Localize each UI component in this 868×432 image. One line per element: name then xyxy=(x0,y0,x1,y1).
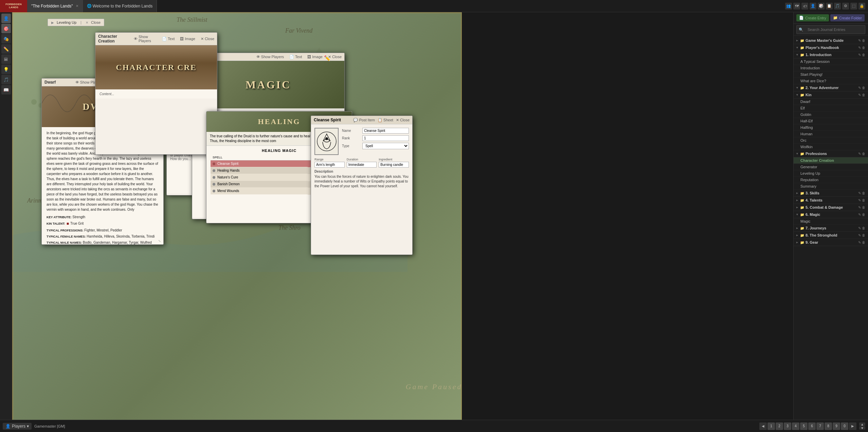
journal-folder-5[interactable]: ▾ 📁 Professions ✎ 🗑 xyxy=(794,150,868,157)
journal-folder-11[interactable]: ▸ 📁 8. The Stronghold ✎ 🗑 xyxy=(794,232,868,239)
folder-actions[interactable]: ✎ 🗑 xyxy=(858,53,865,57)
journal-folder-6[interactable]: ▸ 📁 3. Skills ✎ 🗑 xyxy=(794,190,868,197)
top-icon-1[interactable]: 👥 xyxy=(785,3,792,10)
magic-image-toggle[interactable]: 🖼 Image xyxy=(307,55,323,59)
folder-actions[interactable]: ✎ 🗑 xyxy=(858,152,865,156)
tab-close-icon[interactable]: ✕ xyxy=(76,4,78,8)
top-icon-4[interactable]: 👤 xyxy=(810,3,816,10)
tool-token[interactable]: 🎯 xyxy=(1,24,11,33)
char-text-toggle[interactable]: 📄 Text xyxy=(162,37,175,41)
journal-entry-4-4[interactable]: Halfling xyxy=(794,124,868,131)
journal-folder-7[interactable]: ▸ 📁 4. Talents ✎ 🗑 xyxy=(794,197,868,204)
page-5[interactable]: 5 xyxy=(800,422,808,430)
journal-folder-8[interactable]: ▸ 📁 5. Combat & Damage ✎ 🗑 xyxy=(794,204,868,211)
ingredient-input[interactable] xyxy=(379,162,409,168)
journal-entry-4-5[interactable]: Human xyxy=(794,131,868,137)
top-icon-2[interactable]: 🗺 xyxy=(793,3,800,10)
folder-actions[interactable]: ✎ 🗑 xyxy=(858,191,865,195)
cleanse-close-btn[interactable]: ✕ Close xyxy=(396,118,410,122)
top-icon-8[interactable]: ⚙ xyxy=(842,3,849,10)
magic-show-players[interactable]: 👁 Show Players xyxy=(256,55,284,59)
page-up-btn[interactable]: ▲ xyxy=(859,422,865,426)
folder-actions[interactable]: ✎ 🗑 xyxy=(858,86,865,90)
journal-entry-4-2[interactable]: Goblin xyxy=(794,111,868,118)
folder-actions[interactable]: ✎ 🗑 xyxy=(858,226,865,230)
journal-entry-2-0[interactable]: A Typical Session xyxy=(794,58,868,65)
page-6[interactable]: 6 xyxy=(808,422,816,430)
journal-entry-4-1[interactable]: Elf xyxy=(794,105,868,111)
resize-handle[interactable]: ⤡ xyxy=(158,239,162,243)
tool-draw[interactable]: ✏️ xyxy=(1,44,11,54)
journal-entry-5-4[interactable]: Summary xyxy=(794,183,868,190)
page-1[interactable]: 1 xyxy=(767,422,775,430)
journal-entry-5-1[interactable]: Generator xyxy=(794,164,868,170)
tab-forbidden-lands[interactable]: "The Forbidden Lands" ✕ xyxy=(27,0,83,12)
journal-folder-3[interactable]: ▾ 📁 2. Your Adventurer ✎ 🗑 xyxy=(794,84,868,91)
tool-template[interactable]: 🎭 xyxy=(1,34,11,44)
folder-actions[interactable]: ✎ 🗑 xyxy=(858,198,865,202)
tool-tiles[interactable]: 🏛 xyxy=(1,54,11,64)
top-icon-6[interactable]: 📋 xyxy=(826,3,833,10)
journal-folder-0[interactable]: ▸ 📁 Game Master's Guide ✎ 🗑 xyxy=(794,37,868,44)
page-8[interactable]: 8 xyxy=(825,422,832,430)
tool-sounds[interactable]: 🎵 xyxy=(1,75,11,84)
journal-entry-5-2[interactable]: Leveling Up xyxy=(794,170,868,177)
top-icon-10[interactable]: 🔒 xyxy=(858,3,865,10)
char-show-players[interactable]: 👁 Show Players xyxy=(134,35,157,43)
folder-actions[interactable]: ✎ 🗑 xyxy=(858,46,865,50)
page-left-btn[interactable]: ◀ xyxy=(759,422,767,430)
type-select[interactable]: Spell xyxy=(362,143,409,149)
folder-actions[interactable]: ✎ 🗑 xyxy=(858,213,865,217)
rank-input[interactable] xyxy=(362,135,409,141)
folder-actions[interactable]: ✎ 🗑 xyxy=(858,206,865,209)
folder-actions[interactable]: ✎ 🗑 xyxy=(858,39,865,42)
top-icon-3[interactable]: 🏷 xyxy=(801,3,808,10)
page-down-btn[interactable]: ▼ xyxy=(859,426,865,430)
close-label[interactable]: Close xyxy=(91,20,101,24)
journal-folder-10[interactable]: ▸ 📁 7. Journeys ✎ 🗑 xyxy=(794,225,868,232)
char-image-toggle[interactable]: 🖼 Image xyxy=(180,37,195,41)
journal-entry-2-3[interactable]: What are Dice? xyxy=(794,78,868,84)
players-button[interactable]: 👤 Players ▾ xyxy=(3,423,32,430)
create-entry-btn[interactable]: 📄 Create Entry xyxy=(796,14,829,21)
name-input[interactable] xyxy=(362,128,409,134)
top-icon-5[interactable]: 🎲 xyxy=(818,3,825,10)
journal-folder-12[interactable]: ▸ 📁 9. Gear ✎ 🗑 xyxy=(794,239,868,246)
magic-text-toggle[interactable]: 📄 Text xyxy=(289,55,302,59)
page-2[interactable]: 2 xyxy=(776,422,783,430)
journal-entry-4-3[interactable]: Half-Elf xyxy=(794,118,868,124)
create-folder-btn[interactable]: 📁 Create Folder xyxy=(830,14,865,21)
page-3[interactable]: 3 xyxy=(784,422,791,430)
page-7[interactable]: 7 xyxy=(816,422,824,430)
char-close-btn[interactable]: ✕ Close xyxy=(201,37,214,41)
top-icon-7[interactable]: 🎵 xyxy=(834,3,841,10)
post-item-btn[interactable]: 💬 Post Item xyxy=(353,118,375,122)
page-4[interactable]: 4 xyxy=(792,422,799,430)
tool-actors[interactable]: 👤 xyxy=(1,14,11,23)
journal-entry-4-7[interactable]: Wolfkin xyxy=(794,144,868,150)
sheet-btn[interactable]: 📋 Sheet xyxy=(378,118,393,122)
search-input[interactable] xyxy=(805,26,863,33)
page-right-btn[interactable]: ▶ xyxy=(849,422,856,430)
journal-entry-9-0[interactable]: Magic xyxy=(794,218,868,225)
tab-welcome[interactable]: 🌐 Welcome to the Forbidden Lands xyxy=(83,0,157,12)
top-icon-9[interactable]: ⬚ xyxy=(850,3,857,10)
journal-folder-4[interactable]: ▾ 📁 Kin ✎ 🗑 xyxy=(794,91,868,99)
journal-entry-4-0[interactable]: Dwarf xyxy=(794,99,868,105)
folder-actions[interactable]: ✎ 🗑 xyxy=(858,234,865,237)
journal-folder-2[interactable]: ▾ 📁 1. Introduction ✎ 🗑 xyxy=(794,51,868,58)
tool-lighting[interactable]: 💡 xyxy=(1,65,11,74)
journal-entry-4-6[interactable]: Orc xyxy=(794,137,868,144)
tool-journal[interactable]: 📖 xyxy=(1,85,11,94)
journal-folder-9[interactable]: ▾ 📁 6. Magic ✎ 🗑 xyxy=(794,211,868,218)
journal-entry-5-0[interactable]: Character Creation xyxy=(794,157,868,164)
folder-actions[interactable]: ✎ 🗑 xyxy=(858,241,865,244)
journal-entry-2-1[interactable]: Introduction xyxy=(794,65,868,71)
duration-input[interactable] xyxy=(347,162,377,168)
page-0[interactable]: 0 xyxy=(841,422,848,430)
range-input[interactable] xyxy=(314,162,345,168)
journal-entry-5-3[interactable]: Reputation xyxy=(794,177,868,183)
folder-actions[interactable]: ✎ 🗑 xyxy=(858,93,865,97)
journal-folder-1[interactable]: ▾ 📁 Player's Handbook ✎ 🗑 xyxy=(794,44,868,51)
magic-edit-icon[interactable]: ✏️ xyxy=(324,55,331,62)
